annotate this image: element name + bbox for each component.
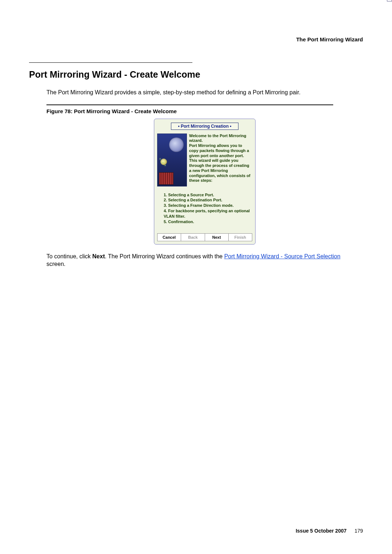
- page-footer: Issue 5 October 2007 179: [296, 528, 363, 534]
- gear-icon: [169, 138, 184, 152]
- footer-issue: Issue 5 October 2007: [296, 528, 347, 534]
- dialog-body: • Port Mirroring Creation • Welcome to t…: [154, 119, 256, 245]
- step-item: 1. Selecting a Source Port.: [164, 192, 251, 198]
- section-title: Port Mirroring Wizard - Create Welcome: [29, 69, 363, 80]
- figure-block: Figure 78: Port Mirroring Wizard - Creat…: [46, 104, 363, 245]
- dialog-banner: • Port Mirroring Creation •: [171, 123, 238, 130]
- welcome-row: Welcome to the Port Mirroring wizard.Por…: [157, 134, 252, 186]
- cancel-button[interactable]: Cancel: [157, 233, 181, 241]
- continue-mid: . The Port Mirroring Wizard continues wi…: [105, 253, 224, 259]
- step-item: 4. For backbone ports, specifying an opt…: [164, 208, 251, 219]
- back-button: Back: [181, 233, 205, 241]
- steps-list: 1. Selecting a Source Port. 2. Selecting…: [157, 192, 252, 228]
- figure-caption: Figure 78: Port Mirroring Wizard - Creat…: [46, 108, 363, 114]
- continue-bold: Next: [92, 253, 105, 259]
- continue-post: screen.: [46, 261, 65, 267]
- source-port-selection-link[interactable]: Port Mirroring Wizard - Source Port Sele…: [224, 253, 340, 259]
- section-intro-text: The Port Mirroring Wizard provides a sim…: [46, 89, 359, 97]
- step-item: 3. Selecting a Frame Direction mode.: [164, 203, 251, 208]
- next-button[interactable]: Next: [205, 233, 229, 241]
- wizard-button-row: Cancel Back Next Finish: [157, 233, 252, 241]
- continue-text: To continue, click Next. The Port Mirror…: [46, 253, 359, 268]
- finish-button: Finish: [229, 233, 252, 241]
- figure-divider: [46, 104, 333, 105]
- section-divider: [29, 62, 192, 63]
- welcome-text: Welcome to the Port Mirroring wizard.Por…: [189, 134, 252, 186]
- spark-icon: [165, 165, 166, 166]
- step-item: 5. Confirmation.: [164, 219, 251, 225]
- page-header-title: The Port Mirroring Wizard: [29, 36, 363, 42]
- gear-icon: [160, 159, 167, 165]
- spark-icon: [163, 162, 163, 163]
- close-icon[interactable]: ×: [387, 0, 392, 1]
- footer-page-number: 179: [355, 528, 363, 534]
- wizard-illustration: [157, 134, 187, 186]
- wizard-dialog: × • Port Mirroring Creation • Welcome to…: [154, 119, 256, 245]
- spark-icon: [160, 159, 160, 159]
- machine-icon: [159, 172, 173, 185]
- step-item: 2. Selecting a Destination Port.: [164, 197, 251, 203]
- continue-pre: To continue, click: [46, 253, 92, 259]
